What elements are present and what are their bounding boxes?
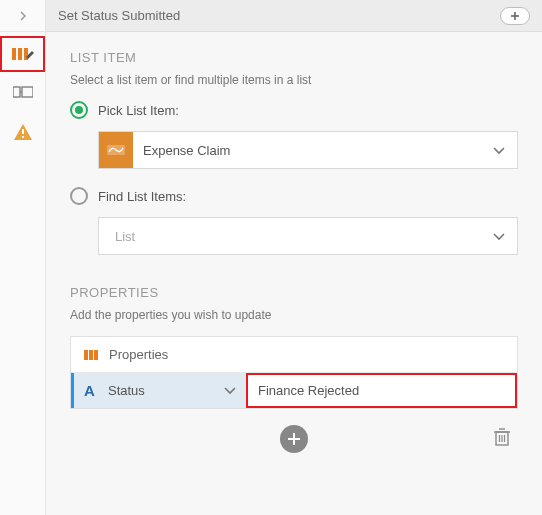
properties-section: PROPERTIES Add the properties you wish t… <box>70 285 518 457</box>
svg-rect-12 <box>89 350 93 360</box>
properties-heading: PROPERTIES <box>70 285 518 300</box>
pick-list-item-dropdown[interactable]: Expense Claim <box>98 131 518 169</box>
list-item-heading: LIST ITEM <box>70 50 518 65</box>
radio-selected-icon <box>70 101 88 119</box>
sidebar-item-form[interactable] <box>0 72 45 112</box>
content-area: LIST ITEM Select a list item or find mul… <box>46 32 542 515</box>
property-key-cell[interactable]: A Status <box>74 373 246 408</box>
warning-icon <box>13 123 33 141</box>
svg-rect-11 <box>84 350 88 360</box>
properties-table: Properties A Status Finance Rejected <box>70 336 518 409</box>
title-bar: Set Status Submitted <box>46 0 542 32</box>
sidebar-item-data[interactable] <box>0 36 45 72</box>
svg-rect-0 <box>12 48 16 60</box>
delete-property-button[interactable] <box>494 428 510 451</box>
main-pane: Set Status Submitted LIST ITEM Select a … <box>46 0 542 515</box>
plus-pill-icon <box>510 11 520 21</box>
chevron-down-icon <box>224 383 236 398</box>
properties-header-icon <box>83 348 101 362</box>
find-list-items-label: Find List Items: <box>98 189 186 204</box>
plus-icon <box>287 432 301 446</box>
find-list-items-dropdown[interactable]: List <box>98 217 518 255</box>
form-icon <box>13 84 33 100</box>
property-value-text: Finance Rejected <box>258 383 359 398</box>
svg-rect-7 <box>22 136 24 138</box>
pick-list-item-value: Expense Claim <box>133 143 481 158</box>
property-value-cell[interactable]: Finance Rejected <box>246 373 517 408</box>
collapse-toggle[interactable] <box>0 0 45 32</box>
expense-claim-icon <box>99 132 133 168</box>
property-row: A Status Finance Rejected <box>71 373 517 408</box>
properties-actions <box>70 409 518 457</box>
property-key-label: Status <box>108 383 145 398</box>
toggle-visibility-button[interactable] <box>500 7 530 25</box>
list-item-subheading: Select a list item or find multiple item… <box>70 73 518 87</box>
find-list-items-placeholder: List <box>99 229 481 244</box>
pick-list-item-label: Pick List Item: <box>98 103 179 118</box>
pick-list-item-radio[interactable]: Pick List Item: <box>70 101 518 119</box>
svg-rect-1 <box>18 48 22 60</box>
svg-rect-3 <box>13 87 20 97</box>
panel-title: Set Status Submitted <box>58 8 180 23</box>
chevron-down-icon <box>481 227 517 245</box>
data-edit-icon <box>12 45 34 63</box>
text-type-icon: A <box>84 382 100 399</box>
sidebar-item-warning[interactable] <box>0 112 45 152</box>
chevron-down-icon <box>481 141 517 159</box>
svg-rect-4 <box>22 87 33 97</box>
properties-subheading: Add the properties you wish to update <box>70 308 518 322</box>
add-property-button[interactable] <box>280 425 308 453</box>
properties-table-header: Properties <box>71 337 517 373</box>
svg-rect-6 <box>22 129 24 134</box>
trash-icon <box>494 428 510 446</box>
svg-rect-13 <box>94 350 98 360</box>
left-sidebar <box>0 0 46 515</box>
properties-header-label: Properties <box>109 347 168 362</box>
find-list-items-radio[interactable]: Find List Items: <box>70 187 518 205</box>
radio-unselected-icon <box>70 187 88 205</box>
chevron-right-icon <box>18 11 28 21</box>
